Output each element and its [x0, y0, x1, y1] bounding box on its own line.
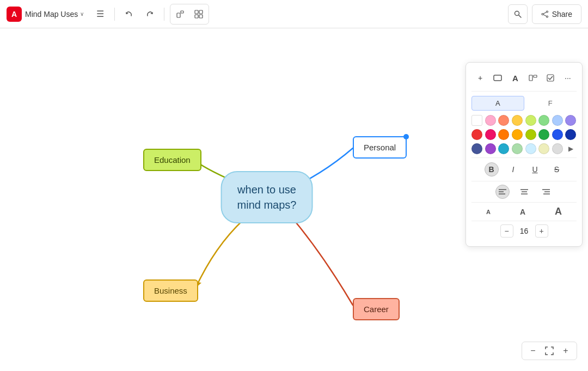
font-size-stepper: − 16 +	[471, 221, 577, 241]
font-size-decrease-button[interactable]: −	[500, 224, 513, 238]
font-medium-icon[interactable]: A	[520, 208, 525, 216]
format-panel: + A ··· A F	[465, 62, 583, 247]
zoom-out-button[interactable]: −	[526, 344, 540, 357]
svg-point-9	[546, 16, 548, 17]
font-size-increase-button[interactable]: +	[535, 224, 548, 238]
redo-button[interactable]	[141, 5, 158, 23]
color-cream[interactable]	[538, 143, 549, 154]
svg-rect-5	[199, 15, 203, 18]
font-size-value: 16	[518, 227, 531, 235]
italic-button[interactable]: I	[506, 162, 520, 177]
underline-button[interactable]: U	[528, 162, 542, 177]
color-blue-dark[interactable]	[565, 129, 576, 140]
color-amber[interactable]	[512, 129, 523, 140]
align-center-button[interactable]	[517, 185, 531, 199]
text-style-row: B I U S	[471, 157, 577, 181]
panel-tabs: A F	[471, 96, 577, 111]
toolbar: A Mind Map Uses ∨ ☰ Share	[0, 0, 588, 28]
font-large-icon[interactable]: A	[555, 206, 562, 217]
color-red[interactable]	[471, 129, 482, 140]
svg-rect-3	[199, 10, 203, 14]
color-purple[interactable]	[485, 143, 496, 154]
tab-a[interactable]: A	[471, 96, 524, 111]
svg-rect-17	[534, 75, 537, 77]
grid-view-button[interactable]	[190, 5, 207, 23]
education-node[interactable]: Education	[143, 149, 201, 171]
color-blue[interactable]	[552, 129, 563, 140]
share-label: Share	[552, 10, 572, 19]
toolbar-divider	[114, 8, 115, 21]
color-yellow-green[interactable]	[525, 129, 536, 140]
undo-button[interactable]	[120, 5, 138, 23]
svg-line-11	[543, 12, 547, 14]
color-orange[interactable]	[498, 115, 509, 126]
document-title: Mind Map Uses	[25, 10, 78, 19]
career-label: Career	[364, 305, 389, 314]
strikethrough-button[interactable]: S	[550, 162, 564, 177]
personal-label: Personal	[364, 143, 396, 152]
frame-view-button[interactable]	[171, 5, 189, 23]
bold-button[interactable]: B	[485, 162, 499, 177]
color-empty[interactable]	[471, 115, 482, 126]
business-label: Business	[154, 286, 187, 295]
career-node[interactable]: Career	[353, 298, 400, 320]
add-element-button[interactable]: +	[473, 70, 488, 86]
svg-rect-15	[494, 75, 501, 81]
personal-node[interactable]: Personal	[353, 136, 407, 159]
color-grid-row3: ▶	[471, 143, 577, 154]
title-group[interactable]: Mind Map Uses ∨	[25, 10, 84, 19]
app-logo: A	[7, 7, 22, 22]
tab-f[interactable]: F	[524, 96, 577, 111]
business-node[interactable]: Business	[143, 279, 198, 302]
color-gray[interactable]	[552, 143, 563, 154]
canvas[interactable]: when to use mind maps? Education Persona…	[0, 28, 588, 371]
color-green-pale[interactable]	[512, 143, 523, 154]
center-node[interactable]: when to use mind maps?	[221, 171, 313, 223]
color-navy[interactable]	[471, 143, 482, 154]
svg-point-8	[546, 11, 548, 13]
font-size-icon-row: A A A	[471, 202, 577, 221]
zoom-in-button[interactable]: +	[559, 344, 572, 357]
svg-rect-16	[529, 75, 532, 81]
color-pink[interactable]	[485, 129, 496, 140]
color-green-light[interactable]	[538, 115, 549, 126]
search-button[interactable]	[508, 4, 528, 24]
color-grid-row1	[471, 115, 577, 126]
menu-button[interactable]: ☰	[91, 5, 109, 23]
color-sky[interactable]	[525, 143, 536, 154]
title-chevron-icon: ∨	[80, 11, 84, 17]
layout-button[interactable]	[525, 70, 541, 86]
svg-line-12	[543, 14, 547, 16]
align-right-button[interactable]	[539, 185, 553, 199]
share-button[interactable]: Share	[532, 4, 581, 24]
center-node-text: when to use mind maps?	[237, 184, 297, 211]
text-format-button[interactable]: A	[507, 70, 523, 86]
view-group	[170, 4, 209, 25]
svg-rect-4	[195, 15, 198, 18]
svg-rect-2	[195, 10, 198, 14]
svg-rect-1	[181, 11, 183, 13]
svg-rect-0	[177, 13, 180, 17]
color-green[interactable]	[538, 129, 549, 140]
svg-point-10	[542, 13, 543, 15]
color-blue-light[interactable]	[552, 115, 563, 126]
align-row	[471, 181, 577, 202]
zoom-fit-button[interactable]	[543, 344, 556, 357]
color-purple-light[interactable]	[565, 115, 576, 126]
panel-icon-row: + A ···	[471, 68, 577, 92]
align-left-button[interactable]	[495, 185, 510, 199]
color-yellow[interactable]	[512, 115, 523, 126]
svg-line-7	[518, 15, 521, 17]
education-label: Education	[154, 155, 191, 165]
color-teal[interactable]	[498, 143, 509, 154]
shape-button[interactable]	[490, 70, 505, 86]
color-lime[interactable]	[525, 115, 536, 126]
font-small-icon[interactable]: A	[486, 209, 491, 215]
color-pink-light[interactable]	[485, 115, 496, 126]
more-options-button[interactable]: ···	[560, 70, 575, 86]
color-orange-dark[interactable]	[498, 129, 509, 140]
checkbox-button[interactable]	[543, 70, 558, 86]
toolbar-right: Share	[508, 4, 581, 24]
color-grid-row2	[471, 129, 577, 140]
more-colors-button[interactable]: ▶	[565, 143, 576, 154]
